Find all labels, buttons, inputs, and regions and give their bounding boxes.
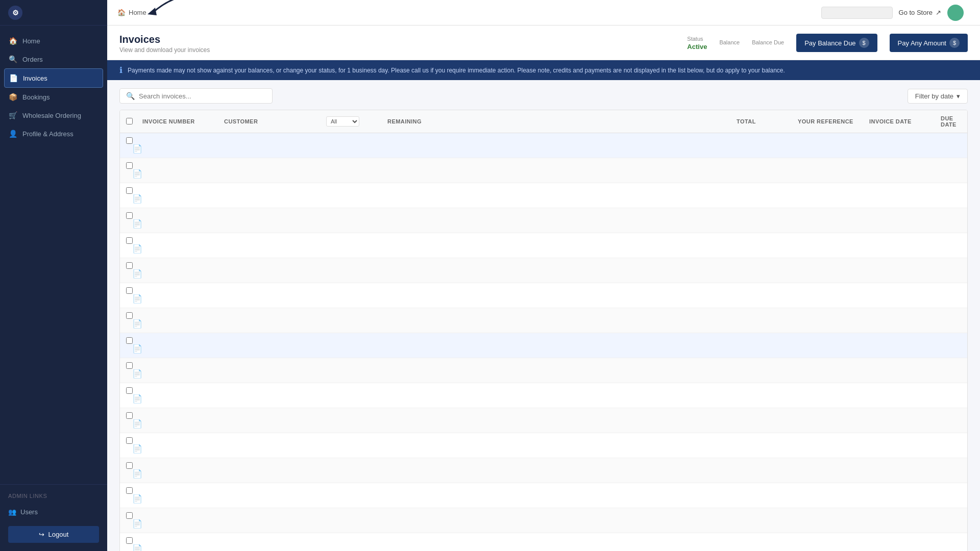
- user-avatar[interactable]: [947, 5, 964, 21]
- balance-label: Balance: [719, 39, 740, 45]
- download-doc-icon[interactable]: 📄: [126, 294, 142, 304]
- download-doc-icon[interactable]: 📄: [126, 319, 142, 329]
- row-checkbox-cell: [126, 487, 142, 494]
- row-checkbox[interactable]: [126, 412, 133, 419]
- select-all-checkbox[interactable]: [126, 118, 133, 124]
- status-label: Status: [687, 36, 703, 42]
- sidebar-item-users[interactable]: 👥 Users: [8, 504, 99, 520]
- users-icon: 👥: [8, 508, 16, 516]
- topbar-right: Go to Store ↗: [821, 5, 970, 21]
- home-nav-icon: 🏠: [117, 9, 126, 16]
- table-row: 📄: [120, 483, 967, 508]
- filter-label: Filter by date: [915, 92, 953, 100]
- pay-any-amount-button[interactable]: Pay Any Amount $: [890, 34, 968, 52]
- user-search-input[interactable]: [821, 7, 893, 19]
- logout-label: Logout: [48, 531, 69, 538]
- row-checkbox-cell: [126, 262, 142, 269]
- sidebar-item-label: Wholesale Ordering: [22, 112, 81, 119]
- sidebar-item-label: Home: [22, 37, 40, 45]
- svg-marker-0: [148, 8, 157, 15]
- status-section: Status Active: [687, 36, 707, 51]
- search-icon: 🔍: [8, 55, 17, 63]
- row-checkbox-cell: [126, 462, 142, 469]
- row-checkbox-cell: [126, 537, 142, 544]
- search-filter-row: 🔍 Filter by date ▾: [119, 88, 968, 104]
- download-doc-icon[interactable]: 📄: [126, 419, 142, 429]
- download-doc-icon[interactable]: 📄: [126, 394, 142, 404]
- row-checkbox-cell: [126, 237, 142, 244]
- download-doc-icon[interactable]: 📄: [126, 144, 142, 154]
- sidebar-navigation: 🏠 Home 🔍 Orders 📄 Invoices 📦 Bookings 🛒 …: [0, 26, 107, 484]
- row-checkbox[interactable]: [126, 137, 133, 144]
- sidebar-item-bookings[interactable]: 📦 Bookings: [0, 88, 107, 106]
- col-customer: CUSTOMER: [224, 118, 326, 124]
- download-doc-icon[interactable]: 📄: [126, 344, 142, 354]
- pay-any-dollar-icon: $: [949, 38, 960, 48]
- page-title-section: Invoices View and download your invoices: [119, 34, 210, 54]
- row-checkbox[interactable]: [126, 212, 133, 219]
- external-link-icon: ↗: [936, 9, 941, 16]
- download-doc-icon[interactable]: 📄: [126, 194, 142, 204]
- page-title: Invoices: [119, 34, 210, 45]
- sidebar-item-invoices[interactable]: 📄 Invoices: [4, 68, 103, 88]
- row-checkbox[interactable]: [126, 312, 133, 319]
- go-to-store-button[interactable]: Go to Store ↗: [899, 9, 941, 16]
- sidebar-header: ⚙: [0, 0, 107, 26]
- download-doc-icon[interactable]: 📄: [126, 444, 142, 454]
- logout-button[interactable]: ↪ Logout: [8, 526, 99, 543]
- status-filter-select[interactable]: All Paid Unpaid: [326, 116, 359, 127]
- row-checkbox[interactable]: [126, 237, 133, 244]
- page-actions: Status Active Balance Balance Due Pay Ba…: [687, 34, 968, 52]
- row-checkbox[interactable]: [126, 187, 133, 194]
- sidebar-item-home[interactable]: 🏠 Home: [0, 32, 107, 50]
- row-checkbox[interactable]: [126, 287, 133, 294]
- sidebar-item-profile[interactable]: 👤 Profile & Address: [0, 124, 107, 143]
- arrow-annotation: [137, 0, 239, 26]
- download-doc-icon[interactable]: 📄: [126, 494, 142, 504]
- row-checkbox[interactable]: [126, 487, 133, 494]
- table-row: 📄: [120, 183, 967, 208]
- download-doc-icon[interactable]: 📄: [126, 519, 142, 529]
- row-checkbox[interactable]: [126, 262, 133, 269]
- row-checkbox[interactable]: [126, 162, 133, 169]
- table-row: 📄: [120, 233, 967, 258]
- download-doc-icon[interactable]: 📄: [126, 219, 142, 229]
- row-checkbox[interactable]: [126, 537, 133, 544]
- topbar: 🏠 Home Go to Store ↗: [107, 0, 980, 26]
- download-doc-icon[interactable]: 📄: [126, 244, 142, 254]
- sidebar-item-label: Invoices: [23, 74, 47, 82]
- go-to-store-label: Go to Store: [899, 9, 933, 16]
- chevron-down-icon: ▾: [957, 92, 960, 100]
- row-checkbox-cell: [126, 187, 142, 194]
- row-checkbox[interactable]: [126, 362, 133, 369]
- download-doc-icon[interactable]: 📄: [126, 169, 142, 179]
- row-checkbox[interactable]: [126, 387, 133, 394]
- admin-links-heading: Admin Links: [8, 493, 99, 499]
- col-total: TOTAL: [737, 118, 798, 124]
- filter-by-date-button[interactable]: Filter by date ▾: [908, 89, 968, 104]
- search-box[interactable]: 🔍: [119, 88, 273, 104]
- sidebar-item-label: Bookings: [22, 93, 50, 101]
- row-checkbox[interactable]: [126, 512, 133, 519]
- row-checkbox[interactable]: [126, 462, 133, 469]
- sidebar-item-wholesale[interactable]: 🛒 Wholesale Ordering: [0, 106, 107, 124]
- sidebar-item-orders[interactable]: 🔍 Orders: [0, 50, 107, 68]
- row-checkbox[interactable]: [126, 337, 133, 344]
- row-checkbox[interactable]: [126, 437, 133, 444]
- download-doc-icon[interactable]: 📄: [126, 269, 142, 279]
- page-subtitle: View and download your invoices: [119, 46, 210, 54]
- search-input[interactable]: [139, 92, 266, 100]
- row-checkbox-cell: [126, 287, 142, 294]
- download-doc-icon[interactable]: 📄: [126, 544, 142, 551]
- pay-balance-due-button[interactable]: Pay Balance Due $: [796, 34, 877, 52]
- row-checkbox-cell: [126, 437, 142, 444]
- home-icon: 🏠: [8, 37, 17, 45]
- info-banner: ℹ Payments made may not show against you…: [107, 60, 980, 80]
- users-label: Users: [20, 508, 38, 516]
- table-row: 📄: [120, 308, 967, 333]
- row-checkbox-cell: [126, 337, 142, 344]
- table-row: 📄: [120, 283, 967, 308]
- pay-balance-due-label: Pay Balance Due: [804, 39, 855, 47]
- download-doc-icon[interactable]: 📄: [126, 469, 142, 479]
- download-doc-icon[interactable]: 📄: [126, 369, 142, 379]
